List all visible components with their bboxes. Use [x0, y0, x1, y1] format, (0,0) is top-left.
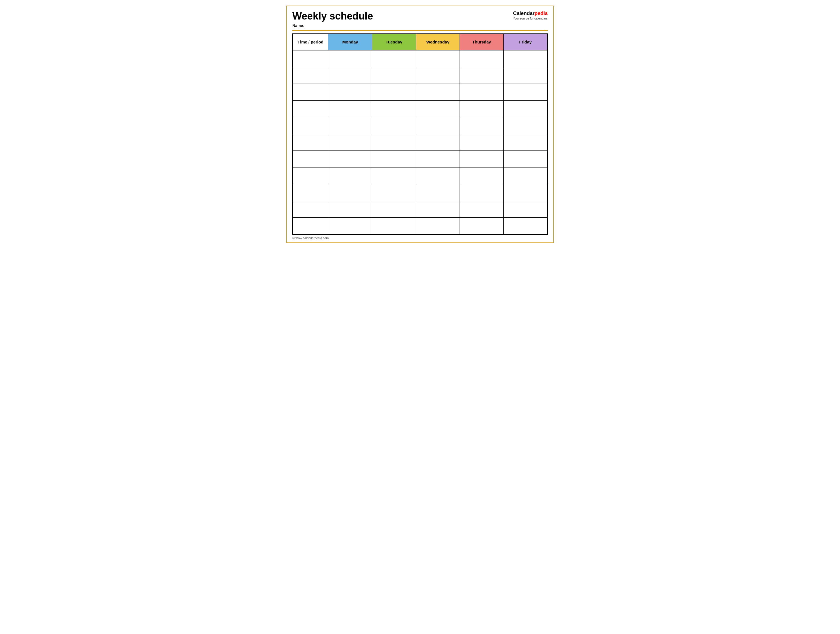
schedule-cell[interactable]: [504, 201, 547, 218]
col-header-friday: Friday: [504, 34, 547, 50]
schedule-cell[interactable]: [504, 50, 547, 67]
schedule-cell[interactable]: [328, 101, 372, 117]
table-header-row: Time / period Monday Tuesday Wednesday T…: [293, 34, 547, 50]
schedule-cell[interactable]: [460, 50, 504, 67]
schedule-cell[interactable]: [372, 67, 416, 84]
schedule-cell[interactable]: [460, 184, 504, 201]
name-label: Name:: [292, 24, 373, 28]
schedule-cell[interactable]: [328, 167, 372, 184]
table-row: [293, 218, 547, 234]
schedule-cell[interactable]: [504, 218, 547, 234]
title-section: Weekly schedule Name:: [292, 11, 373, 28]
table-row: [293, 167, 547, 184]
schedule-cell[interactable]: [504, 167, 547, 184]
table-row: [293, 101, 547, 117]
schedule-cell[interactable]: [504, 151, 547, 167]
logo-tagline: Your source for calendars: [513, 17, 548, 20]
schedule-cell[interactable]: [328, 117, 372, 134]
schedule-table: Time / period Monday Tuesday Wednesday T…: [292, 33, 548, 235]
time-cell[interactable]: [293, 167, 328, 184]
schedule-cell[interactable]: [416, 117, 459, 134]
schedule-cell[interactable]: [372, 50, 416, 67]
schedule-cell[interactable]: [328, 84, 372, 101]
schedule-cell[interactable]: [328, 201, 372, 218]
schedule-cell[interactable]: [416, 218, 459, 234]
schedule-cell[interactable]: [328, 134, 372, 151]
schedule-cell[interactable]: [372, 134, 416, 151]
logo-text: Calendarpedia: [513, 11, 548, 17]
time-cell[interactable]: [293, 117, 328, 134]
page-title: Weekly schedule: [292, 11, 373, 22]
time-cell[interactable]: [293, 201, 328, 218]
table-row: [293, 151, 547, 167]
col-header-time: Time / period: [293, 34, 328, 50]
schedule-cell[interactable]: [416, 50, 459, 67]
schedule-cell[interactable]: [372, 218, 416, 234]
logo-brand: Calendar: [513, 11, 535, 16]
time-cell[interactable]: [293, 218, 328, 234]
schedule-cell[interactable]: [460, 101, 504, 117]
time-cell[interactable]: [293, 184, 328, 201]
table-row: [293, 117, 547, 134]
schedule-cell[interactable]: [460, 151, 504, 167]
time-cell[interactable]: [293, 101, 328, 117]
schedule-cell[interactable]: [372, 151, 416, 167]
table-row: [293, 50, 547, 67]
schedule-cell[interactable]: [416, 201, 459, 218]
footer-url: © www.calendarpedia.com: [292, 236, 548, 240]
schedule-cell[interactable]: [416, 167, 459, 184]
time-cell[interactable]: [293, 50, 328, 67]
schedule-cell[interactable]: [504, 134, 547, 151]
schedule-cell[interactable]: [460, 67, 504, 84]
schedule-cell[interactable]: [460, 201, 504, 218]
schedule-cell[interactable]: [328, 151, 372, 167]
schedule-cell[interactable]: [328, 184, 372, 201]
schedule-cell[interactable]: [372, 117, 416, 134]
col-header-tuesday: Tuesday: [372, 34, 416, 50]
schedule-cell[interactable]: [328, 67, 372, 84]
schedule-cell[interactable]: [372, 84, 416, 101]
logo-pedia: pedia: [535, 11, 548, 16]
schedule-cell[interactable]: [416, 67, 459, 84]
table-row: [293, 201, 547, 218]
schedule-cell[interactable]: [504, 84, 547, 101]
schedule-cell[interactable]: [504, 101, 547, 117]
time-cell[interactable]: [293, 84, 328, 101]
page-wrapper: Weekly schedule Name: Calendarpedia Your…: [286, 6, 554, 243]
schedule-cell[interactable]: [416, 84, 459, 101]
schedule-cell[interactable]: [460, 117, 504, 134]
schedule-cell[interactable]: [372, 184, 416, 201]
time-cell[interactable]: [293, 134, 328, 151]
logo-section: Calendarpedia Your source for calendars: [513, 11, 548, 20]
table-row: [293, 84, 547, 101]
schedule-cell[interactable]: [372, 201, 416, 218]
time-cell[interactable]: [293, 151, 328, 167]
col-header-thursday: Thursday: [460, 34, 504, 50]
schedule-cell[interactable]: [416, 184, 459, 201]
schedule-cell[interactable]: [372, 101, 416, 117]
schedule-cell[interactable]: [460, 84, 504, 101]
header-area: Weekly schedule Name: Calendarpedia Your…: [292, 11, 548, 28]
schedule-cell[interactable]: [328, 50, 372, 67]
schedule-cell[interactable]: [416, 101, 459, 117]
schedule-cell[interactable]: [416, 134, 459, 151]
schedule-cell[interactable]: [328, 218, 372, 234]
col-header-wednesday: Wednesday: [416, 34, 459, 50]
divider: [292, 30, 548, 31]
table-row: [293, 184, 547, 201]
table-row: [293, 67, 547, 84]
schedule-cell[interactable]: [460, 134, 504, 151]
schedule-cell[interactable]: [460, 218, 504, 234]
schedule-cell[interactable]: [504, 117, 547, 134]
schedule-cell[interactable]: [372, 167, 416, 184]
schedule-cell[interactable]: [416, 151, 459, 167]
col-header-monday: Monday: [328, 34, 372, 50]
table-row: [293, 134, 547, 151]
schedule-cell[interactable]: [504, 184, 547, 201]
time-cell[interactable]: [293, 67, 328, 84]
schedule-cell[interactable]: [504, 67, 547, 84]
schedule-cell[interactable]: [460, 167, 504, 184]
